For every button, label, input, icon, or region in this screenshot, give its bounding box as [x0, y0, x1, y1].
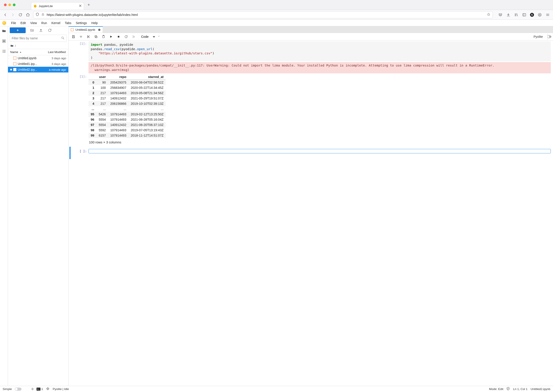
bookmark-star-icon[interactable] — [487, 13, 490, 17]
notebook-panel[interactable]: [1]: import pandas, pyodide pandas.read_… — [69, 41, 553, 386]
mode-label: Mode: Edit — [489, 387, 503, 391]
consoles-count[interactable]: 0 — [32, 387, 33, 391]
svg-point-3 — [538, 13, 541, 16]
tab-untitled2[interactable]: Untitled2.ipynb — [69, 26, 103, 33]
toc-icon[interactable] — [1, 49, 7, 54]
menu-view[interactable]: View — [28, 20, 39, 26]
menu-help[interactable]: Help — [89, 20, 100, 26]
col-modified[interactable]: Last Modified — [42, 49, 68, 55]
restart-kernel-icon[interactable] — [124, 35, 128, 39]
home-button[interactable] — [26, 13, 30, 17]
table-row: 11002568349072020-05-22T14:34:45Z — [88, 85, 166, 90]
unsaved-dot-icon — [98, 29, 101, 31]
maximize-window-button[interactable] — [13, 4, 15, 6]
refresh-icon[interactable] — [47, 28, 52, 33]
upload-icon[interactable] — [38, 28, 43, 33]
dataframe-table: userrepostarred_at 0902054293752020-06-0… — [88, 74, 166, 138]
run-icon[interactable] — [109, 35, 113, 39]
svg-point-4 — [539, 14, 540, 15]
svg-point-7 — [62, 37, 64, 38]
paste-icon[interactable] — [101, 35, 106, 39]
table-row: 9855921079144932019-07-05T13:19:43Z — [88, 127, 166, 133]
lock-icon[interactable] — [41, 13, 44, 17]
main-area: Untitled2.ipynb Code — [69, 26, 553, 386]
status-file-name: Untitled2.ipynb — [531, 387, 550, 391]
simple-mode-toggle[interactable] — [15, 388, 22, 391]
svg-point-8 — [549, 36, 551, 38]
svg-rect-2 — [523, 14, 526, 16]
sidebar-icon[interactable] — [522, 13, 526, 17]
minimize-window-button[interactable] — [8, 4, 11, 6]
close-tab-icon[interactable] — [79, 4, 82, 8]
cell-type-select[interactable]: Code — [140, 35, 156, 39]
folder-icon — [10, 44, 14, 48]
trust-icon[interactable] — [506, 387, 510, 391]
file-row[interactable]: Untitled2.ipy...a minute ago — [8, 67, 68, 72]
browser-tab[interactable]: JupyterLite — [31, 2, 84, 10]
table-row: 9755541409124322021-06-20T06:37:10Z — [88, 122, 166, 127]
code-input-active[interactable] — [88, 149, 551, 153]
file-row[interactable]: Untitled.ipynb3 days ago — [8, 55, 68, 61]
pocket-icon[interactable] — [498, 13, 503, 17]
lsp-icon[interactable] — [46, 387, 50, 391]
url-text: https://latest-with-plugins.datasette.io… — [47, 13, 138, 17]
folder-icon[interactable] — [1, 28, 7, 33]
left-activity-bar — [0, 26, 8, 386]
cell-2-input: [ ]: — [69, 146, 553, 160]
stop-icon[interactable] — [116, 35, 121, 39]
cut-icon[interactable] — [86, 35, 91, 39]
file-row[interactable]: Untitled1.ipy...3 days ago — [8, 61, 68, 67]
menu-run[interactable]: Run — [39, 20, 49, 26]
table-row: 9961571079144932018-11-12T14:51:07Z — [88, 133, 166, 138]
add-cell-icon[interactable] — [79, 35, 83, 39]
shield-icon[interactable] — [36, 13, 39, 17]
svg-rect-6 — [3, 41, 5, 42]
close-window-button[interactable] — [4, 4, 7, 6]
code-input[interactable]: import pandas, pyodide pandas.read_csv(p… — [88, 41, 551, 61]
cursor-position: Ln 1, Col 1 — [513, 387, 527, 391]
running-sessions-icon[interactable] — [1, 39, 7, 43]
svg-rect-13 — [95, 35, 97, 37]
col-name[interactable]: Name — [8, 49, 42, 55]
simple-mode-label: Simple — [3, 387, 12, 391]
filter-box[interactable] — [10, 35, 67, 42]
extensions-icon[interactable] — [538, 13, 542, 17]
property-inspector-icon[interactable] — [547, 33, 553, 40]
reload-button[interactable] — [18, 13, 22, 17]
hamburger-menu-icon[interactable] — [546, 13, 550, 17]
copy-icon[interactable] — [94, 35, 98, 39]
new-launcher-button[interactable]: + — [10, 28, 26, 33]
tab-bar: Untitled2.ipynb — [69, 26, 553, 33]
save-icon[interactable] — [71, 35, 76, 39]
kernel-status-text[interactable]: Pyolite | Idle — [53, 387, 69, 391]
breadcrumb[interactable]: / — [8, 43, 68, 49]
menu-kernel[interactable]: Kernel — [49, 20, 62, 26]
url-bar[interactable]: https://latest-with-plugins.datasette.io… — [33, 11, 493, 18]
filter-input[interactable] — [12, 36, 61, 40]
menu-edit[interactable]: Edit — [18, 20, 28, 26]
file-name: Untitled.ipynb — [18, 56, 51, 60]
table-row: 9554261079144932019-02-12T13:25:50Z — [88, 112, 166, 117]
back-button[interactable] — [3, 13, 7, 17]
menu-tabs[interactable]: Tabs — [63, 20, 74, 26]
cell-1-input: [1]: import pandas, pyodide pandas.read_… — [69, 41, 553, 61]
table-row: ............ — [88, 106, 166, 112]
dirty-dot-icon — [10, 69, 12, 70]
new-tab-button[interactable]: + — [88, 3, 90, 7]
terminals-count[interactable]: >_1 — [36, 387, 43, 391]
kernel-name[interactable]: Pyolite — [533, 35, 543, 38]
file-name: Untitled1.ipy... — [18, 62, 51, 66]
file-browser: + / Name Last Modified Untitled.ipyn — [8, 26, 69, 386]
forward-button[interactable] — [11, 13, 15, 17]
menu-file[interactable]: File — [9, 20, 18, 26]
browser-tab-title: JupyterLite — [39, 4, 77, 8]
svg-point-0 — [34, 5, 36, 7]
browser-toolbar: https://latest-with-plugins.datasette.io… — [0, 10, 553, 20]
account-avatar[interactable]: S — [530, 13, 534, 17]
menu-settings[interactable]: Settings — [74, 20, 89, 26]
run-all-icon[interactable] — [131, 35, 136, 39]
library-icon[interactable] — [514, 13, 518, 17]
jupyter-logo-icon — [2, 21, 6, 25]
download-icon[interactable] — [506, 13, 510, 17]
new-folder-icon[interactable] — [30, 28, 35, 33]
